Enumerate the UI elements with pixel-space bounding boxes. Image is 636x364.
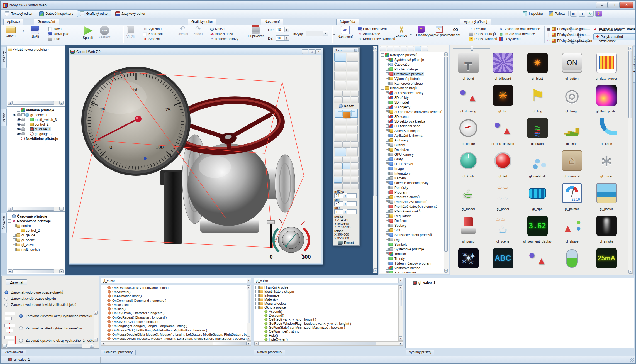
tab-nastaveni[interactable]: Nastavení	[261, 19, 283, 25]
tree-expand-box[interactable]: +	[386, 143, 389, 146]
lock-icon[interactable]	[17, 114, 21, 116]
palette-item[interactable]: gl_bend	[451, 52, 486, 85]
device-tree-row[interactable]: + Vektorová kresba	[380, 266, 444, 270]
scene-view-ne[interactable]	[351, 157, 359, 163]
palette-item[interactable]: 3.62 gl_segment_display	[520, 215, 555, 248]
tab-casovani[interactable]: Časování	[1, 213, 7, 233]
tree-expand-box[interactable]: -	[381, 53, 384, 57]
device-tree-row[interactable]: + Ploché přístroje	[380, 67, 444, 72]
grid-spinner[interactable]: 24▲▼	[334, 193, 357, 198]
scene-tool-axes[interactable]	[347, 62, 358, 71]
tree-expand-box[interactable]: +	[386, 181, 389, 184]
tree-expand-box[interactable]: +	[386, 233, 389, 236]
tab-nativni-procedury[interactable]: Nativní procedury	[254, 350, 285, 355]
palette-item[interactable]: gl_drawing	[451, 85, 486, 117]
palette-item[interactable]: gl_chart	[555, 117, 589, 150]
radio-align-vertical-positions[interactable]: Zarovnat svislé pozice objektů	[4, 297, 76, 301]
device-tree-row[interactable]: + X-Y zapisovač	[380, 270, 444, 273]
palette-item[interactable]: gl_scene	[486, 215, 520, 248]
tree-expand-box[interactable]: +	[386, 205, 389, 208]
about-button[interactable]: O systému	[499, 37, 540, 41]
palette-item[interactable]: gl_blast	[520, 52, 555, 85]
tree-expand-box[interactable]: -	[255, 306, 259, 309]
scene-reset-view-button[interactable]: Reset	[334, 104, 359, 108]
devtree-effects-button[interactable]	[422, 46, 428, 51]
device-tree-row[interactable]: + Trendy	[380, 256, 444, 261]
timing-tree-row[interactable]: - control	[7, 223, 65, 228]
device-tree-row[interactable]: + SQL	[380, 228, 444, 233]
tree-expand-box[interactable]: -	[381, 87, 384, 90]
resize-grip[interactable]	[630, 358, 634, 362]
alignment-hscrollbar[interactable]: ◀ ▶	[2, 344, 94, 348]
scene-face-top[interactable]	[335, 134, 346, 141]
licence-button[interactable]: Licence	[396, 26, 407, 37]
native-procedure-row[interactable]: + Hraniční krychle	[254, 285, 403, 289]
palette-item[interactable]: gl_knee	[589, 117, 624, 150]
events-hscrollbar[interactable]: ◀ ▶	[101, 341, 251, 346]
appearance-tree-row[interactable]: - gl_scene_1	[7, 113, 65, 117]
refresh-button[interactable]: ↻	[587, 11, 594, 17]
scene-tool-move-free[interactable]	[347, 53, 358, 62]
device-tree-row[interactable]: + Archivery	[380, 138, 444, 143]
event-procedure-item[interactable]: OnKeyUp( Character : longcard )	[101, 319, 251, 324]
tab-predlohy[interactable]: Předlohy	[1, 47, 7, 68]
save-as-button[interactable]: Uložit jako...	[48, 32, 72, 36]
tree-expand-box[interactable]: +	[386, 219, 389, 222]
appearance-tree-row[interactable]: Neviditelné přístroje	[7, 136, 65, 141]
delete-button[interactable]: ✕Smazat	[143, 37, 163, 41]
scene-view-nw[interactable]	[334, 157, 342, 163]
scene-palette-title-bar[interactable]: Scene ✕	[334, 48, 359, 52]
device-tree-row[interactable]: + Prostorové přístroje	[380, 72, 444, 76]
step-spinner[interactable]: 40▲▼	[334, 201, 357, 206]
radio-button[interactable]	[4, 303, 8, 307]
event-procedure-item[interactable]: OnKeyDown( Character : longcard )	[101, 311, 251, 315]
languages-combo[interactable]: ▼	[306, 31, 328, 36]
appearance-tree-row[interactable]: multi_switch_3	[7, 117, 65, 122]
scene-perspective-view-button[interactable]	[335, 109, 358, 118]
event-device-combo[interactable]: gl_valve▼	[101, 278, 251, 283]
stop-button[interactable]: STOP Zastavit	[99, 26, 110, 39]
events-vscrollbar[interactable]: ▲ ▼	[247, 285, 251, 341]
zarovnat-button[interactable]: Zarovnat	[6, 279, 27, 285]
radio-button[interactable]	[4, 290, 8, 294]
mode-graphic-editor[interactable]: Grafický editor	[77, 10, 111, 17]
tree-expand-box[interactable]: +	[386, 91, 389, 94]
scene-solid-mode[interactable]	[335, 148, 346, 156]
scene-face-left[interactable]	[335, 126, 346, 133]
eye-icon[interactable]	[17, 133, 21, 135]
appearance-hscrollbar[interactable]: ◀ ▶	[8, 207, 64, 211]
tree-expand-box[interactable]: +	[386, 214, 389, 218]
scene-help-tool[interactable]	[351, 141, 359, 148]
find-next-button[interactable]: ABNalézt další	[210, 32, 241, 36]
device-tree-row[interactable]: + Statistické řízení procesů	[380, 233, 444, 237]
native-device-combo[interactable]: gl_valve▼	[254, 278, 403, 283]
radio-align-horizontal-positions[interactable]: Zarovnat vodorovné pozice objektů	[4, 290, 76, 294]
device-tree-row[interactable]: + Týdenní časový program	[380, 261, 444, 266]
native-procedure-row[interactable]: GetRect( var x, y, w, d : longint )	[254, 317, 403, 321]
tree-expand-box[interactable]: +	[386, 248, 389, 251]
palette-item[interactable]: gl_led	[486, 150, 520, 182]
timing-tree-row[interactable]: + gl_valve	[7, 242, 65, 247]
event-procedure-item[interactable]: OnMouseDown( MouseX, MouseY : longint; L…	[101, 337, 251, 341]
paleta-button[interactable]: Paleta	[547, 11, 567, 17]
appearance-tree-row[interactable]: gl_gauge_2	[7, 131, 65, 136]
help-book-button[interactable]: ?	[595, 11, 602, 17]
new-button[interactable]: Nová	[48, 27, 72, 31]
timing-tree-row[interactable]: - Nečasované přístroje	[7, 219, 65, 223]
tree-expand-box[interactable]: +	[386, 172, 389, 175]
device-tree-row[interactable]: + Časovače	[380, 62, 444, 67]
native-procedure-row[interactable]: HideOwner()	[254, 338, 403, 341]
scene-tool-rotate-free[interactable]	[334, 81, 346, 90]
undo-button[interactable]: ↶ Odvolat	[177, 26, 188, 36]
minimize-button[interactable]: –	[596, 2, 608, 8]
tree-expand-box[interactable]: -	[8, 219, 11, 223]
radio-button[interactable]	[4, 297, 8, 301]
visionlab-doc-button[interactable]: ◉VisionLab dokumentace	[499, 27, 540, 31]
tree-expand-box[interactable]: +	[386, 77, 389, 80]
tree-expand-box[interactable]: +	[386, 134, 389, 137]
devtree-view-mode-button[interactable]	[408, 46, 414, 51]
event-procedure-item[interactable]: OnDeselect()	[101, 302, 251, 307]
timing-tree-row[interactable]: + multi_switch	[7, 247, 65, 252]
palette-item[interactable]: gl_model	[451, 182, 486, 215]
tree-expand-box[interactable]: -	[13, 224, 16, 227]
